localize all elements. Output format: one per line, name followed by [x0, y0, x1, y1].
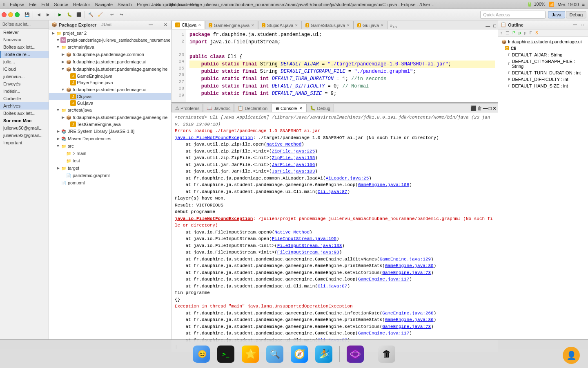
console-link[interactable]: Native Method [274, 230, 310, 235]
tab-overflow-btn[interactable]: »13 [388, 23, 398, 29]
outline-public-btn[interactable]: P [511, 30, 517, 36]
tree-toggle[interactable]: ▼ [56, 45, 60, 49]
tab-cli-java[interactable]: J Cli.java ✕ [172, 21, 205, 29]
tree-toggle[interactable]: ▼ [60, 88, 65, 92]
toolbar-build-btn[interactable]: 🔨 [86, 10, 95, 19]
console-link[interactable]: GameEngine.java:80 [385, 263, 434, 268]
outline-static-btn[interactable]: S [534, 30, 539, 36]
toolbar-next-edit-btn[interactable]: ▶ [44, 10, 53, 19]
editor-minimize-btn[interactable]: — [484, 23, 491, 28]
tree-ui-pkg[interactable]: ▼ 📦 fr.dauphine.ja.student.pandemiage.ui [49, 86, 171, 93]
notification-icon[interactable]: 👤 [563, 347, 580, 364]
code-editor[interactable]: 1 2 23 24 25 26 27 28 29 package fr.daup… [172, 29, 498, 102]
outline-member-handsize[interactable]: F DEFAULT_HAND_SIZE : int [500, 83, 586, 89]
tab-debug[interactable]: 🐛 Debug [306, 104, 334, 112]
tab-close-btn[interactable]: ✕ [295, 23, 298, 27]
console-link[interactable]: GameEngine.java:73 [382, 270, 431, 275]
mail-icloud[interactable]: iCloud [0, 65, 49, 73]
tab-close-btn[interactable]: ✕ [198, 23, 201, 27]
clear-console-btn[interactable]: 🗑 [477, 105, 482, 111]
console-link[interactable]: ZipFile.java:155 [272, 155, 315, 160]
toolbar-prev-edit-btn[interactable]: ◀ [34, 10, 43, 19]
tree-src-test[interactable]: ▼ 📁 src/test/java [49, 106, 171, 114]
tab-gameengine[interactable]: J GameEngine.java ✕ [205, 21, 258, 29]
dock-safari[interactable]: 🧭 [289, 343, 310, 365]
console-link[interactable]: GameEngine.java:117 [358, 331, 409, 336]
outline-filter-btn[interactable]: ☰ [504, 30, 510, 36]
console-link[interactable]: GameEngine.java:117 [358, 277, 409, 282]
console-link[interactable]: java.io.FileNotFoundException [175, 135, 253, 140]
tree-pandemic-graphml[interactable]: 📄 pandemic.graphml [49, 172, 171, 179]
tree-main[interactable]: 📁 > main [49, 150, 171, 157]
menu-project[interactable]: Project [137, 2, 151, 7]
tree-projet-pandemiage[interactable]: ▼ M projet-pandemiage-julienvu_samiachou… [49, 37, 171, 43]
outline-private-btn[interactable]: p [523, 30, 528, 36]
menu-refactor[interactable]: Refactor [73, 2, 90, 7]
tree-pom-xml[interactable]: 📄 pom.xml [49, 179, 171, 186]
mail-archives[interactable]: Archives [0, 102, 49, 110]
dock-terminal[interactable]: >_ [215, 343, 236, 365]
outline-member-aijar[interactable]: F DEFAULT_AIJAR : String [500, 52, 586, 58]
tree-toggle[interactable]: ▼ [60, 67, 65, 71]
editor-tab-bar[interactable]: J Cli.java ✕ J GameEngine.java ✕ J Stupi… [172, 20, 498, 29]
tab-stupidai[interactable]: J StupidAI.java ✕ [258, 21, 302, 29]
console-link[interactable]: java.io.FileNotFoundException [175, 216, 253, 221]
tree-toggle[interactable]: ▼ [56, 108, 60, 112]
menu-search[interactable]: Search [118, 2, 132, 7]
tree-toggle[interactable]: ▶ [51, 31, 56, 35]
outline-member-difficulty[interactable]: F DEFAULT_DIFFICULTY : int [500, 76, 586, 83]
mail-julienvu50[interactable]: julienvu50@gmail... [0, 124, 49, 132]
console-link[interactable]: AiLoader.java:25 [326, 176, 369, 181]
tree-gameengine-java[interactable]: J GameEngine.java [49, 73, 171, 79]
tab-declaration[interactable]: 📋 Declaration [234, 104, 271, 112]
dock-finder[interactable]: 😊 [191, 343, 212, 365]
tab-close-btn[interactable]: ✕ [299, 106, 303, 110]
mail-indesir[interactable]: Indésir... [0, 88, 49, 95]
console-link[interactable]: FileInputStream.java:93 [277, 250, 339, 255]
explorer-maximize-btn[interactable]: □ [155, 22, 161, 28]
tree-projet-sar[interactable]: ▶ 📁 projet_sar 2 [49, 29, 171, 37]
console-minimize-btn[interactable]: — [483, 105, 488, 111]
tab-gui[interactable]: J Gui.java ✕ [354, 21, 388, 29]
window-maximize-button[interactable] [15, 12, 20, 17]
tab-gamestatus[interactable]: J GameStatus.java ✕ [302, 21, 354, 29]
mail-nouveau[interactable]: Nouveau [0, 36, 49, 43]
mail-julienvu92[interactable]: julienvu92@gmail... [0, 132, 49, 139]
toolbar-run-btn[interactable]: ▶ [56, 10, 65, 19]
toolbar-fwd-btn[interactable]: ↪ [117, 10, 126, 19]
mail-relever[interactable]: Relever [0, 29, 49, 36]
toolbar-save-btn[interactable]: 💾 [22, 10, 31, 19]
outline-member-turnduration[interactable]: F DEFAULT_TURN_DURATION : int [500, 70, 586, 76]
tree-testgameengine[interactable]: J TestGameEngine.java [49, 121, 171, 128]
menu-apple[interactable]:  [3, 2, 5, 7]
explorer-close-btn[interactable]: ✕ [162, 22, 169, 28]
dock-surf[interactable]: 🏄 [313, 343, 334, 365]
tree-test[interactable]: 📁 test [49, 157, 171, 164]
window-close-button[interactable] [2, 12, 7, 17]
tab-close-btn[interactable]: ✕ [251, 23, 254, 27]
quick-access-input[interactable]: Quick Access [480, 11, 546, 19]
tab-close-btn[interactable]: ✕ [381, 23, 384, 27]
console-link[interactable]: Cli.java:87 [318, 284, 347, 289]
console-link[interactable]: Native Method [266, 142, 301, 147]
dock-star[interactable]: ⭐ [240, 343, 261, 365]
console-link[interactable]: GameEngine.java:108 [358, 182, 409, 187]
toolbar-back-btn[interactable]: ↩ [107, 10, 116, 19]
console-link[interactable]: Cli.java:87 [318, 189, 347, 194]
console-link[interactable]: GameEngine.java:73 [382, 324, 431, 329]
explorer-minimize-btn[interactable]: — [147, 22, 154, 28]
unsupported-exception-link[interactable]: java.lang.UnsupportedOperationException [247, 304, 352, 309]
tree-cli-java[interactable]: J Cli.java [49, 93, 171, 100]
tab-problems[interactable]: ⚠ Problems [172, 104, 203, 112]
outline-fields-btn[interactable]: F [528, 30, 533, 36]
mail-corbeille[interactable]: Corbeille [0, 95, 49, 102]
mail-boites[interactable]: Boîtes aux lett... [0, 43, 49, 51]
mail-boites2[interactable]: Boîtes aux lett... [0, 110, 49, 117]
tree-target[interactable]: ▶ 📁 target [49, 164, 171, 172]
tree-toggle[interactable]: ▶ [56, 166, 60, 170]
console-close-btn[interactable]: ✕ [492, 105, 497, 111]
tree-src-main[interactable]: ▼ 📁 src/main/java [49, 43, 171, 51]
tab-console[interactable]: 🖥 Console ✕ [271, 104, 306, 112]
menu-edit[interactable]: Edit [41, 2, 49, 7]
tree-gameengine-test-pkg[interactable]: ▶ 📦 fr.dauphine.ja.student.pandemiage.ga… [49, 114, 171, 121]
